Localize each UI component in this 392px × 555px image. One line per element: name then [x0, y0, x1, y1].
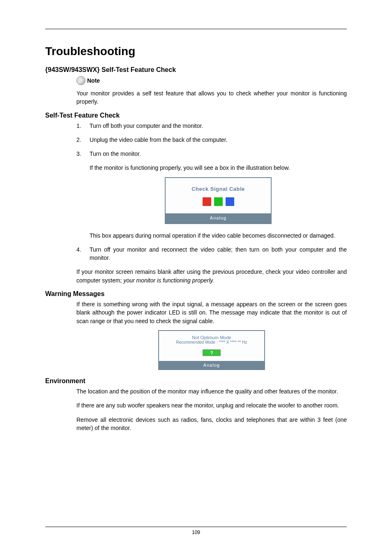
osd-inner: Check Signal Cable [166, 178, 271, 213]
page-footer: 109 [45, 527, 347, 535]
note-body: Your monitor provides a self test featur… [76, 89, 347, 106]
list-number: 4. [76, 245, 90, 262]
page-title: Troubleshooting [45, 45, 347, 58]
list-text: Turn off both your computer and the moni… [90, 122, 347, 130]
note-icon [76, 76, 85, 85]
question-button-icon: ? [203, 349, 221, 356]
note-text: Your monitor provides a self test featur… [76, 89, 347, 106]
osd-box: Not Optimum Mode Recommended Mode : ****… [158, 330, 265, 370]
list-number: 3. [76, 150, 90, 240]
blue-square-icon [226, 197, 234, 206]
section-heading-environment: Environment [45, 377, 347, 385]
osd-footer: Analog [159, 361, 264, 369]
red-square-icon [203, 197, 211, 206]
env-p2: If there are any sub woofer speakers nea… [76, 401, 347, 409]
document-page: Troubleshooting {943SW/943SWX} Self-Test… [0, 0, 392, 555]
selftest-steps: 1. Turn off both your computer and the m… [76, 122, 347, 284]
section-heading-model: {943SW/943SWX} Self-Test Feature Check [45, 66, 347, 74]
bottom-rule [45, 527, 347, 527]
osd-inner: Not Optimum Mode Recommended Mode : ****… [159, 331, 264, 361]
list-body: Turn on the monitor. If the monitor is f… [90, 150, 347, 240]
rgb-squares [170, 197, 267, 206]
note-row: Note [76, 76, 347, 85]
section-heading-warning: Warning Messages [45, 290, 347, 298]
figure-not-optimum: Not Optimum Mode Recommended Mode : ****… [76, 330, 347, 370]
environment-body: The location and the position of the mon… [76, 387, 347, 432]
selftest-closing: If your monitor screen remains blank aft… [76, 268, 347, 284]
list-text: Unplug the video cable from the back of … [90, 136, 347, 144]
pencil-icon [78, 78, 84, 83]
list-item: 2. Unplug the video cable from the back … [76, 136, 347, 144]
list-item: 1. Turn off both your computer and the m… [76, 122, 347, 130]
osd-box: Check Signal Cable Analog [165, 177, 272, 224]
list-text: Turn off your monitor and reconnect the … [90, 245, 347, 262]
list-number: 2. [76, 136, 90, 144]
osd-footer: Analog [166, 213, 271, 223]
warning-body: If there is something wrong with the inp… [76, 300, 347, 370]
env-p3: Remove all electronic devices such as ra… [76, 416, 347, 432]
list-subtext: If the monitor is functioning properly, … [90, 164, 347, 172]
list-item: 3. Turn on the monitor. If the monitor i… [76, 150, 347, 240]
warning-text: If there is something wrong with the inp… [76, 300, 347, 325]
top-rule [45, 29, 347, 29]
osd-line2: Recommended Mode : **** X **** ** Hz [162, 340, 261, 345]
closing-italic: your monitor is functioning properly. [123, 277, 214, 284]
osd-title: Check Signal Cable [170, 185, 267, 193]
figure-check-signal: Check Signal Cable Analog [90, 177, 347, 224]
section-heading-selftest: Self-Test Feature Check [45, 112, 347, 119]
list-number: 1. [76, 122, 90, 130]
env-p1: The location and the position of the mon… [76, 387, 347, 395]
list-text: Turn on the monitor. [90, 150, 347, 158]
note-label: Note [87, 77, 100, 84]
ordered-list: 1. Turn off both your computer and the m… [76, 122, 347, 262]
list-item: 4. Turn off your monitor and reconnect t… [76, 245, 347, 262]
page-number: 109 [45, 530, 347, 535]
list-after-fig: This box appears during normal operation… [90, 231, 347, 240]
osd-line1: Not Optimum Mode [162, 335, 261, 340]
green-square-icon [214, 197, 223, 206]
